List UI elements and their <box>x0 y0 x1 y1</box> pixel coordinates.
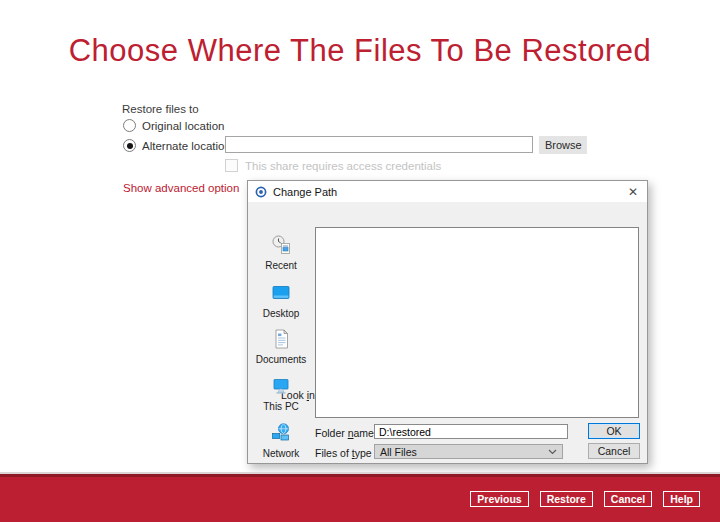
dialog-cancel-button[interactable]: Cancel <box>588 443 640 459</box>
restore-button[interactable]: Restore <box>540 491 593 507</box>
network-icon <box>270 422 292 444</box>
radio-alternate-location-label: Alternate location <box>142 140 231 152</box>
place-documents[interactable]: Documents <box>248 328 314 365</box>
place-label: Documents <box>256 354 307 365</box>
file-list-area[interactable] <box>315 227 639 418</box>
show-advanced-option-link[interactable]: Show advanced option <box>123 182 239 194</box>
dialog-title: Change Path <box>273 186 337 198</box>
files-of-type-combobox[interactable]: All Files <box>374 444 563 459</box>
folder-name-label: Folder name : <box>315 427 380 439</box>
alternate-path-input[interactable] <box>225 136 533 153</box>
change-path-dialog: Change Path ✕ Look in : restored <box>247 180 648 464</box>
radio-original-location-label: Original location <box>142 120 224 132</box>
recent-icon <box>270 234 292 256</box>
radio-alternate-location[interactable]: Alternate location <box>123 139 231 152</box>
browse-button[interactable]: Browse <box>539 136 587 154</box>
documents-icon <box>270 328 292 350</box>
restore-files-to-label: Restore files to <box>122 103 199 115</box>
place-network[interactable]: Network <box>248 422 314 459</box>
restore-wizard-page: Choose Where The Files To Be Restored Re… <box>0 0 720 522</box>
app-target-icon <box>255 186 267 198</box>
files-of-type-value: All Files <box>380 446 417 458</box>
cancel-button[interactable]: Cancel <box>604 491 652 507</box>
place-this-pc[interactable]: This PC <box>248 375 314 412</box>
close-icon[interactable]: ✕ <box>626 186 640 198</box>
dialog-titlebar[interactable]: Change Path ✕ <box>248 181 647 202</box>
place-label: This PC <box>263 401 299 412</box>
folder-name-input[interactable] <box>374 424 568 439</box>
previous-button[interactable]: Previous <box>470 491 528 507</box>
desktop-icon <box>270 282 292 304</box>
this-pc-icon <box>270 375 292 397</box>
help-button[interactable]: Help <box>663 491 700 507</box>
page-title: Choose Where The Files To Be Restored <box>0 33 720 69</box>
credentials-row: This share requires access credentials <box>225 159 441 172</box>
place-recent[interactable]: Recent <box>248 234 314 271</box>
place-label: Desktop <box>263 308 300 319</box>
radio-unselected-icon[interactable] <box>123 119 136 132</box>
chevron-down-icon <box>548 449 557 455</box>
footer-bar: Previous Restore Cancel Help <box>0 472 720 522</box>
credentials-checkbox[interactable] <box>225 159 238 172</box>
radio-original-location[interactable]: Original location <box>123 119 224 132</box>
ok-button[interactable]: OK <box>588 423 640 439</box>
credentials-label: This share requires access credentials <box>245 160 441 172</box>
place-label: Network <box>263 448 300 459</box>
files-of-type-label: Files of type : <box>315 447 377 459</box>
place-label: Recent <box>265 260 297 271</box>
radio-selected-icon[interactable] <box>123 139 136 152</box>
place-desktop[interactable]: Desktop <box>248 282 314 319</box>
footer-buttons: Previous Restore Cancel Help <box>470 491 700 507</box>
